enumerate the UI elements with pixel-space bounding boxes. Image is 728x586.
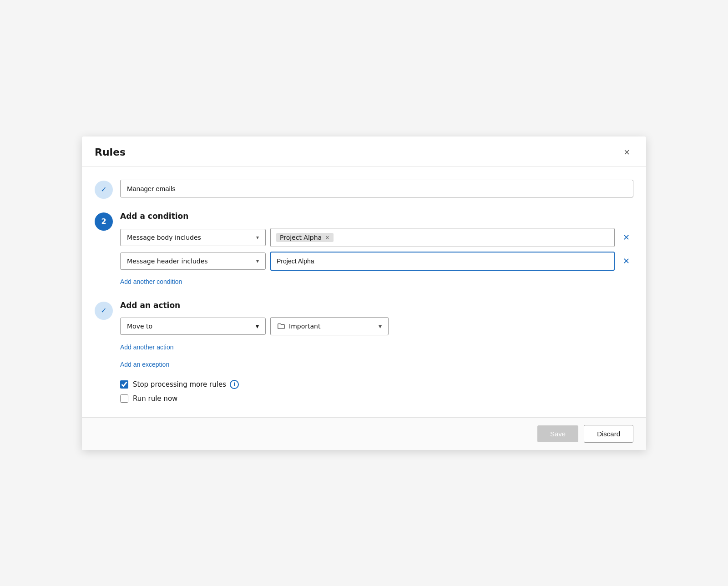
rules-dialog: Rules × ✓ 2 Add a condition Message — [82, 136, 646, 450]
add-exception-button[interactable]: Add an exception — [120, 358, 169, 371]
action-type-dropdown[interactable]: Move to ▾ — [120, 318, 266, 335]
action-type-chevron: ▾ — [256, 323, 259, 330]
step1-row: ✓ — [95, 180, 633, 199]
condition-text-input-2[interactable] — [277, 258, 608, 265]
add-condition-title: Add a condition — [120, 212, 633, 221]
add-action-button[interactable]: Add another action — [120, 341, 174, 354]
step3-row: ✓ Add an action Move to ▾ Important ▾ — [95, 301, 633, 371]
stop-processing-info-icon[interactable]: i — [230, 380, 239, 389]
condition-remove-2-button[interactable]: ✕ — [619, 254, 633, 268]
checkboxes-section: Stop processing more rules i Run rule no… — [95, 380, 633, 403]
tag-remove-1[interactable]: × — [324, 234, 330, 241]
step2-row: 2 Add a condition Message body includes … — [95, 212, 633, 288]
action-folder-chevron: ▾ — [379, 323, 382, 330]
dialog-header: Rules × — [82, 136, 646, 167]
condition-type-1-label: Message body includes — [127, 234, 201, 241]
add-action-title: Add an action — [120, 301, 633, 310]
discard-button[interactable]: Discard — [584, 425, 633, 443]
action-folder-label: Important — [289, 323, 320, 330]
condition-value-2-input[interactable] — [270, 252, 615, 271]
condition-value-1-input[interactable]: Project Alpha × — [270, 228, 615, 247]
action-type-label: Move to — [127, 323, 152, 330]
condition-row-2: Message header includes ▾ ✕ — [120, 252, 633, 271]
step2-circle: 2 — [95, 212, 113, 231]
condition-row-1: Message body includes ▾ Project Alpha × … — [120, 228, 633, 247]
step3-content: Add an action Move to ▾ Important ▾ — [120, 301, 633, 371]
stop-processing-checkbox[interactable] — [120, 380, 128, 389]
condition-type-1-chevron: ▾ — [256, 234, 259, 241]
close-button[interactable]: × — [620, 146, 633, 159]
action-row-1: Move to ▾ Important ▾ — [120, 317, 633, 335]
condition-type-2-dropdown[interactable]: Message header includes ▾ — [120, 253, 266, 270]
action-folder-dropdown[interactable]: Important ▾ — [270, 317, 389, 335]
condition-type-2-label: Message header includes — [127, 258, 208, 265]
step1-content — [120, 180, 633, 197]
rule-name-input[interactable] — [120, 180, 633, 197]
run-rule-now-label: Run rule now — [133, 394, 177, 403]
step2-content: Add a condition Message body includes ▾ … — [120, 212, 633, 288]
step3-circle: ✓ — [95, 302, 113, 320]
dialog-body: ✓ 2 Add a condition Message body include… — [82, 167, 646, 417]
stop-processing-label: Stop processing more rules — [133, 380, 226, 389]
tag-label-1: Project Alpha — [280, 234, 322, 241]
folder-icon — [277, 322, 285, 330]
condition-type-2-chevron: ▾ — [256, 258, 259, 264]
condition-remove-1-button[interactable]: ✕ — [619, 231, 633, 244]
stop-processing-row: Stop processing more rules i — [120, 380, 633, 389]
dialog-title: Rules — [95, 146, 126, 158]
step1-circle: ✓ — [95, 181, 113, 199]
run-rule-now-checkbox[interactable] — [120, 394, 128, 403]
save-button[interactable]: Save — [537, 425, 578, 442]
tag-project-alpha-1: Project Alpha × — [276, 233, 334, 242]
condition-text-input-1[interactable] — [336, 234, 609, 241]
dialog-footer: Save Discard — [82, 417, 646, 450]
condition-type-1-dropdown[interactable]: Message body includes ▾ — [120, 229, 266, 246]
run-rule-now-row: Run rule now — [120, 394, 633, 403]
add-condition-button[interactable]: Add another condition — [120, 275, 182, 288]
